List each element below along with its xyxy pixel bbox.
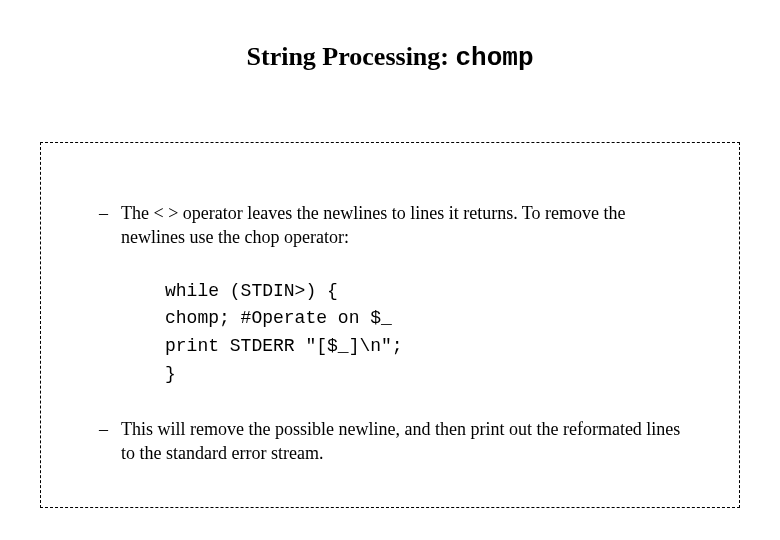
content-box: – The < > operator leaves the newlines t… [40,142,740,508]
bullet-dash: – [99,417,121,466]
code-line-4: } [165,364,176,384]
code-line-1: while (STDIN>) { [165,281,338,301]
bullet-2: – This will remove the possible newline,… [99,417,691,466]
title-prefix: String Processing: [247,42,456,71]
slide: String Processing: chomp – The < > opera… [0,42,780,540]
code-line-2: chomp; #Operate on $_ [165,308,392,328]
bullet-2-text: This will remove the possible newline, a… [121,417,691,466]
bullet-dash: – [99,201,121,250]
code-block: while (STDIN>) { chomp; #Operate on $_ p… [165,278,711,390]
bullet-1-text: The < > operator leaves the newlines to … [121,201,691,250]
bullet-1: – The < > operator leaves the newlines t… [99,201,691,250]
title-mono: chomp [455,43,533,73]
code-line-3: print STDERR "[$_]\n"; [165,336,403,356]
slide-title: String Processing: chomp [0,42,780,73]
